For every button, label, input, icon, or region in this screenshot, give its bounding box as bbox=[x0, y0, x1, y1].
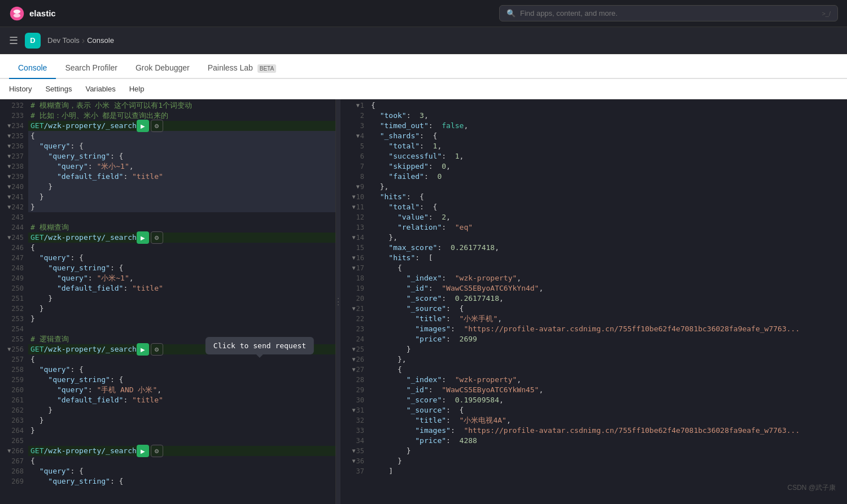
editor-code-line[interactable]: "query_string": { bbox=[28, 375, 335, 385]
editor-code-line[interactable]: GET /wzk-property/_search ▶ ⚙ bbox=[28, 233, 335, 243]
editor-code-line[interactable]: "query": "小米~1", bbox=[28, 273, 335, 283]
editor-code-line[interactable]: "default_field": "title" bbox=[28, 395, 335, 405]
editor-code-line[interactable]: { bbox=[28, 131, 335, 141]
result-code: { "took": 3, "timed_out": false, "_shard… bbox=[369, 99, 847, 504]
result-code-line: "max_score": 0.26177418, bbox=[369, 243, 847, 253]
result-line-number: 29 bbox=[340, 385, 369, 395]
result-code-line: "relation": "eq" bbox=[369, 222, 847, 233]
editor-code-line[interactable]: } bbox=[28, 426, 335, 436]
editor-code-line[interactable]: } bbox=[28, 304, 335, 314]
result-line-number: ▼11 bbox=[340, 202, 369, 212]
result-line-number: 23 bbox=[340, 324, 369, 334]
editor-code-line[interactable] bbox=[28, 212, 335, 222]
editor-line-number: ▼234 bbox=[0, 121, 28, 131]
editor-code-line[interactable]: "query": { bbox=[28, 365, 335, 375]
result-code-line: "hits": { bbox=[369, 192, 847, 202]
code-content[interactable]: # 模糊查询，表示 小米 这个词可以有1个词变动# 比如：小明、米小 都是可以查… bbox=[28, 99, 335, 504]
editor-code-line[interactable]: } bbox=[28, 314, 335, 324]
tab-grok-debugger[interactable]: Grok Debugger bbox=[126, 58, 199, 79]
editor-code-line[interactable]: { bbox=[28, 354, 335, 365]
subnav-help[interactable]: Help bbox=[129, 85, 145, 93]
tab-console[interactable]: Console bbox=[9, 58, 56, 79]
tab-painless-lab[interactable]: Painless Lab BETA bbox=[199, 58, 285, 79]
editor-code-line[interactable] bbox=[28, 324, 335, 334]
editor-code-line[interactable]: "query_string": { bbox=[28, 151, 335, 161]
wrench-button[interactable]: ⚙ bbox=[151, 231, 163, 244]
result-pane: ▼123▼45678▼9▼10▼111213▼1415▼16▼17181920▼… bbox=[340, 99, 847, 504]
tab-bar: Console Search Profiler Grok Debugger Pa… bbox=[0, 54, 847, 79]
run-button[interactable]: ▶ bbox=[137, 231, 149, 244]
result-line-number: 6 bbox=[340, 151, 369, 161]
editor-line-number: ▼245 bbox=[0, 233, 28, 243]
editor-code-line[interactable]: "query": { bbox=[28, 141, 335, 151]
wrench-button[interactable]: ⚙ bbox=[151, 343, 163, 356]
breadcrumb-devtools[interactable]: Dev Tools bbox=[47, 36, 80, 45]
tab-search-profiler[interactable]: Search Profiler bbox=[56, 58, 126, 79]
result-line-number: ▼27 bbox=[340, 365, 369, 375]
editor-code-line[interactable]: } bbox=[28, 182, 335, 192]
result-code-line: { bbox=[369, 365, 847, 375]
result-line-number: ▼36 bbox=[340, 456, 369, 466]
editor-line-number: 249 bbox=[0, 273, 28, 283]
run-button[interactable]: ▶ bbox=[137, 343, 149, 356]
editor-code-line[interactable]: } bbox=[28, 192, 335, 202]
editor-code-line[interactable]: "default_field": "title" bbox=[28, 283, 335, 293]
editor-code-line[interactable]: "default_field": "title" bbox=[28, 172, 335, 182]
result-code-line: "_source": { bbox=[369, 304, 847, 314]
hamburger-icon[interactable]: ☰ bbox=[9, 34, 18, 47]
result-code-line: { bbox=[369, 263, 847, 273]
wrench-button[interactable]: ⚙ bbox=[151, 445, 163, 457]
breadcrumb: Dev Tools › Console bbox=[47, 36, 114, 46]
result-code-line: "_source": { bbox=[369, 405, 847, 415]
result-line-number: 5 bbox=[340, 141, 369, 151]
result-line-number: ▼25 bbox=[340, 344, 369, 354]
pane-divider[interactable]: ⋮ bbox=[336, 99, 340, 504]
subnav-history[interactable]: History bbox=[9, 85, 32, 93]
subnav-settings[interactable]: Settings bbox=[45, 85, 72, 93]
run-button[interactable]: ▶ bbox=[137, 120, 149, 132]
result-line-number: ▼26 bbox=[340, 354, 369, 365]
run-button[interactable]: ▶ bbox=[137, 445, 149, 457]
editor-pane[interactable]: 232233▼234▼235▼236▼237▼238▼239▼240▼241▼2… bbox=[0, 99, 336, 504]
editor-code-line[interactable]: { bbox=[28, 456, 335, 466]
editor-code-line[interactable]: GET /wzk-property/_search ▶ ⚙ bbox=[28, 446, 335, 456]
editor-line-number: 252 bbox=[0, 304, 28, 314]
keyboard-shortcut: >_/ bbox=[822, 10, 831, 17]
editor-code-line[interactable] bbox=[28, 436, 335, 446]
editor-code-line[interactable]: "query": "米小~1", bbox=[28, 161, 335, 172]
editor-code-line[interactable]: "query": "手机 AND 小米", bbox=[28, 385, 335, 395]
editor-code-line[interactable]: "query": { bbox=[28, 466, 335, 476]
breadcrumb-console[interactable]: Console bbox=[87, 36, 114, 45]
result-line-number: ▼14 bbox=[340, 233, 369, 243]
editor-code-line[interactable]: # 模糊查询 bbox=[28, 222, 335, 233]
result-code-line: "images": "https://profile-avatar.csdnim… bbox=[369, 426, 847, 436]
result-line-number: ▼1 bbox=[340, 100, 369, 111]
editor-code-line[interactable]: # 模糊查询，表示 小米 这个词可以有1个词变动 bbox=[28, 100, 335, 111]
editor-code-line[interactable]: } bbox=[28, 202, 335, 212]
result-area: ▼123▼45678▼9▼10▼111213▼1415▼16▼17181920▼… bbox=[340, 99, 847, 504]
result-code-line: "title": "小米电视4A", bbox=[369, 415, 847, 426]
svg-point-1 bbox=[14, 10, 20, 14]
result-line-number: 13 bbox=[340, 222, 369, 233]
tooltip: Click to send request bbox=[206, 337, 314, 354]
editor-code-line[interactable]: # 比如：小明、米小 都是可以查询出来的 bbox=[28, 111, 335, 121]
result-line-number: 28 bbox=[340, 375, 369, 385]
global-search[interactable]: 🔍 Find apps, content, and more. >_/ bbox=[499, 5, 838, 21]
wrench-button[interactable]: ⚙ bbox=[151, 120, 163, 132]
result-code-line: "total": 1, bbox=[369, 141, 847, 151]
elastic-logo[interactable]: elastic bbox=[9, 6, 56, 21]
editor-code-line[interactable]: { bbox=[28, 243, 335, 253]
editor-code-line[interactable]: } bbox=[28, 415, 335, 426]
result-line-number: 19 bbox=[340, 283, 369, 293]
editor-code-line[interactable]: } bbox=[28, 293, 335, 304]
editor-line-number: 255 bbox=[0, 334, 28, 344]
subnav-variables[interactable]: Variables bbox=[85, 85, 115, 93]
editor-code-line[interactable]: } bbox=[28, 405, 335, 415]
editor-code-line[interactable]: GET /wzk-property/_search ▶ ⚙ bbox=[28, 121, 335, 131]
editor-code-line[interactable]: "query": { bbox=[28, 253, 335, 263]
result-line-number: 24 bbox=[340, 334, 369, 344]
editor-code-line[interactable]: "query_string": { bbox=[28, 263, 335, 273]
editor-code-line[interactable]: "query_string": { bbox=[28, 476, 335, 487]
editor-line-number: 248 bbox=[0, 263, 28, 273]
editor-line-number: 259 bbox=[0, 375, 28, 385]
